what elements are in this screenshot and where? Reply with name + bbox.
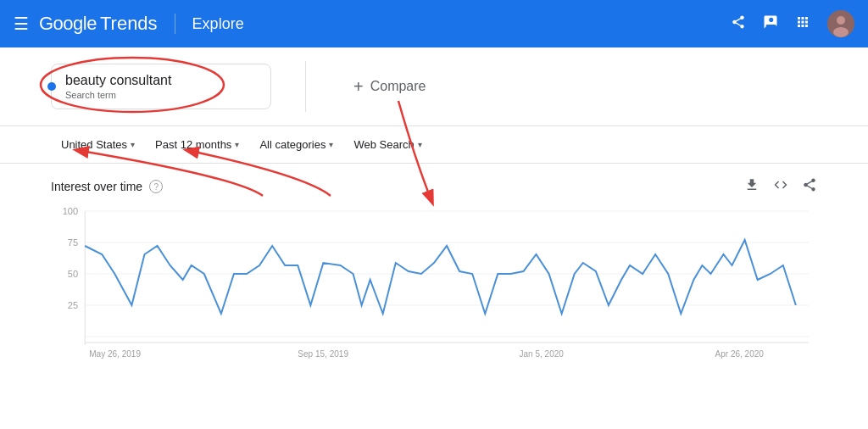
chart-share-icon[interactable] xyxy=(802,177,817,196)
category-dropdown-arrow: ▾ xyxy=(329,140,333,149)
location-label: United States xyxy=(61,138,127,151)
logo-google: Google xyxy=(39,13,97,35)
compare-plus-icon: + xyxy=(353,77,364,97)
search-type-label: Web Search xyxy=(353,138,414,151)
notification-icon[interactable] xyxy=(763,14,778,34)
search-term-label: Search term xyxy=(65,90,257,100)
chart-section: Interest over time ? xyxy=(0,164,868,376)
svg-text:75: 75 xyxy=(68,237,78,248)
trend-line xyxy=(85,240,796,314)
chart-actions xyxy=(744,177,817,196)
header-icons xyxy=(731,10,854,37)
logo: Google Trends xyxy=(39,13,158,35)
chart-wrapper: 100 75 50 25 May 26, 2019 Sep 15, 2019 J… xyxy=(51,203,817,376)
download-icon[interactable] xyxy=(744,177,760,196)
logo-trends: Trends xyxy=(100,13,158,35)
search-separator xyxy=(305,61,306,112)
time-range-dropdown-arrow: ▾ xyxy=(235,140,239,149)
svg-point-2 xyxy=(833,27,849,37)
category-label: All categories xyxy=(259,138,326,151)
search-term-wrapper: beauty consultant Search term xyxy=(51,64,271,109)
filter-bar: United States ▾ Past 12 months ▾ All cat… xyxy=(0,126,868,164)
category-filter[interactable]: All categories ▾ xyxy=(249,133,343,156)
search-term-dot xyxy=(47,82,56,91)
svg-text:Sep 15, 2019: Sep 15, 2019 xyxy=(298,349,348,359)
svg-text:Jan 5, 2020: Jan 5, 2020 xyxy=(519,349,564,359)
chart-title-group: Interest over time ? xyxy=(51,180,163,193)
compare-button[interactable]: + Compare xyxy=(340,70,440,103)
chart-title: Interest over time xyxy=(51,180,142,193)
compare-label: Compare xyxy=(370,79,426,94)
header-divider xyxy=(175,14,175,34)
location-filter[interactable]: United States ▾ xyxy=(51,133,145,156)
search-term-box[interactable]: beauty consultant Search term xyxy=(51,64,271,109)
avatar[interactable] xyxy=(827,10,854,37)
time-range-filter[interactable]: Past 12 months ▾ xyxy=(145,133,249,156)
search-area: beauty consultant Search term + Compare xyxy=(0,47,868,126)
share-icon[interactable] xyxy=(731,14,746,34)
menu-icon[interactable]: ☰ xyxy=(14,14,29,34)
apps-icon[interactable] xyxy=(795,14,810,34)
explore-label: Explore xyxy=(192,15,244,33)
location-dropdown-arrow: ▾ xyxy=(131,140,135,149)
header: ☰ Google Trends Explore xyxy=(0,0,868,47)
svg-text:50: 50 xyxy=(68,269,78,279)
svg-text:May 26, 2019: May 26, 2019 xyxy=(89,349,141,359)
search-type-filter[interactable]: Web Search ▾ xyxy=(343,133,431,156)
chart-header: Interest over time ? xyxy=(51,177,817,196)
search-term-text: beauty consultant xyxy=(65,73,257,88)
svg-text:Apr 26, 2020: Apr 26, 2020 xyxy=(715,349,764,359)
time-range-label: Past 12 months xyxy=(155,138,231,151)
help-icon[interactable]: ? xyxy=(149,180,163,193)
embed-icon[interactable] xyxy=(773,177,788,196)
filter-section: United States ▾ Past 12 months ▾ All cat… xyxy=(0,126,868,164)
svg-text:25: 25 xyxy=(68,300,78,310)
svg-text:100: 100 xyxy=(63,206,78,216)
search-type-dropdown-arrow: ▾ xyxy=(418,140,422,149)
svg-point-1 xyxy=(837,16,845,25)
interest-over-time-chart: 100 75 50 25 May 26, 2019 Sep 15, 2019 J… xyxy=(51,203,817,372)
